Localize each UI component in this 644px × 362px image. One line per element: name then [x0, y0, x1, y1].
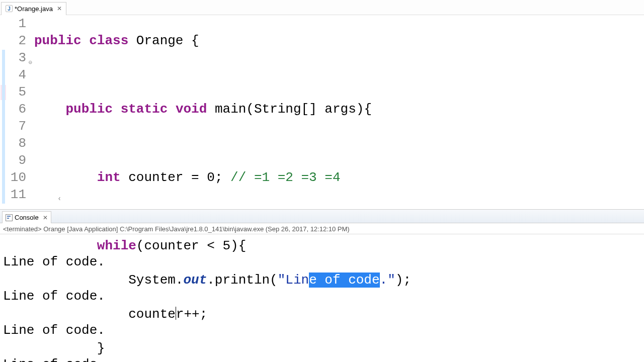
code-line[interactable]: int counter = 0; // =1 =2 =3 =4 [34, 169, 644, 186]
editor-tabbar: J *Orange.java ✕ [0, 0, 644, 15]
code-line[interactable] [34, 203, 644, 220]
text-caret [176, 307, 176, 320]
code-content[interactable]: public class Orange { public static void… [30, 15, 644, 206]
code-line[interactable]: public static void main(String[] args){ [34, 101, 644, 118]
line-number: 6 [6, 101, 26, 118]
console-icon [6, 214, 13, 221]
editor-selection: e of code [309, 273, 379, 288]
expand-arrow-icon[interactable]: ‹ [57, 190, 61, 207]
code-line[interactable]: } [34, 340, 644, 357]
line-number: 3⊖ [6, 49, 26, 66]
line-number: 4 [6, 66, 26, 83]
code-line[interactable] [34, 135, 644, 152]
code-line[interactable]: counter++; [34, 306, 644, 323]
code-line[interactable]: System.out.println("Line of code."); [34, 272, 644, 289]
line-number: 5 [6, 83, 26, 101]
marker-strip [0, 15, 6, 206]
line-number-gutter: 1 2 3⊖ 4 5 6 7 8 9 10 11 [6, 15, 30, 206]
code-line[interactable] [34, 66, 644, 83]
file-tab-orange[interactable]: J *Orange.java ✕ [1, 2, 66, 15]
code-line[interactable]: public class Orange { [34, 32, 644, 49]
java-file-icon: J [6, 5, 13, 12]
line-number: 10 [6, 169, 26, 186]
code-editor[interactable]: 1 2 3⊖ 4 5 6 7 8 9 10 11 public class Or… [0, 15, 644, 206]
close-icon[interactable]: ✕ [57, 5, 62, 12]
file-tab-label: *Orange.java [15, 5, 53, 13]
line-number: 9 [6, 152, 26, 169]
line-number: 2 [6, 32, 26, 49]
line-number: 8 [6, 135, 26, 152]
line-number: 1 [6, 15, 26, 32]
line-number: 11 [6, 186, 26, 203]
line-number: 7 [6, 118, 26, 135]
code-line[interactable]: while(counter < 5){ [34, 237, 644, 254]
method-range-marker [2, 50, 5, 204]
